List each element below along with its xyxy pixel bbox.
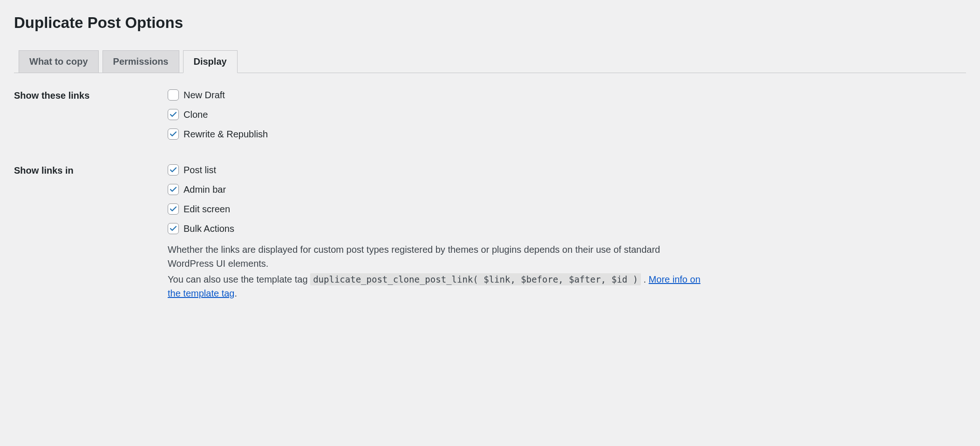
label-bulk-actions[interactable]: Bulk Actions xyxy=(184,223,234,234)
form-table: Show these links New Draft Clone Rewrite… xyxy=(14,89,966,302)
label-show-links-in: Show links in xyxy=(14,164,168,176)
checkbox-row-rewrite-republish: Rewrite & Republish xyxy=(168,128,966,140)
tab-what-to-copy[interactable]: What to copy xyxy=(19,50,99,73)
checkbox-row-edit-screen: Edit screen xyxy=(168,203,966,215)
checkbox-rewrite-republish[interactable] xyxy=(168,128,179,140)
desc-prefix: You can also use the template tag xyxy=(168,274,310,284)
checkbox-clone[interactable] xyxy=(168,109,179,120)
label-edit-screen[interactable]: Edit screen xyxy=(184,204,230,215)
label-show-these-links: Show these links xyxy=(14,89,168,101)
check-icon xyxy=(169,205,177,213)
field-show-these-links: New Draft Clone Rewrite & Republish xyxy=(168,89,966,148)
check-icon xyxy=(169,110,177,119)
description-show-links-in: Whether the links are displayed for cust… xyxy=(168,243,708,300)
description-line1: Whether the links are displayed for cust… xyxy=(168,243,708,270)
tabs-wrapper: What to copy Permissions Display xyxy=(14,50,966,73)
check-icon xyxy=(169,130,177,138)
tabs: What to copy Permissions Display xyxy=(19,50,966,73)
desc-period: . xyxy=(234,288,237,298)
checkbox-row-admin-bar: Admin bar xyxy=(168,184,966,195)
check-icon xyxy=(169,224,177,233)
field-show-links-in: Post list Admin bar Edit screen Bulk Act… xyxy=(168,164,966,302)
checkbox-new-draft[interactable] xyxy=(168,89,179,101)
description-line2: You can also use the template tag duplic… xyxy=(168,272,708,300)
tab-permissions[interactable]: Permissions xyxy=(102,50,179,73)
row-show-links-in: Show links in Post list Admin bar Edit s… xyxy=(14,164,966,302)
checkbox-row-post-list: Post list xyxy=(168,164,966,176)
check-icon xyxy=(169,166,177,174)
checkbox-post-list[interactable] xyxy=(168,164,179,176)
template-tag-code: duplicate_post_clone_post_link( $link, $… xyxy=(310,273,641,285)
checkbox-edit-screen[interactable] xyxy=(168,203,179,215)
checkbox-row-clone: Clone xyxy=(168,109,966,120)
label-admin-bar[interactable]: Admin bar xyxy=(184,184,226,195)
label-clone[interactable]: Clone xyxy=(184,109,208,120)
label-new-draft[interactable]: New Draft xyxy=(184,90,225,101)
row-show-these-links: Show these links New Draft Clone Rewrite… xyxy=(14,89,966,148)
check-icon xyxy=(169,185,177,194)
tab-display[interactable]: Display xyxy=(183,50,238,73)
checkbox-row-bulk-actions: Bulk Actions xyxy=(168,223,966,234)
desc-suffix: . xyxy=(641,274,649,284)
label-rewrite-republish[interactable]: Rewrite & Republish xyxy=(184,129,268,140)
page-title: Duplicate Post Options xyxy=(14,14,966,32)
checkbox-bulk-actions[interactable] xyxy=(168,223,179,234)
label-post-list[interactable]: Post list xyxy=(184,165,216,176)
checkbox-row-new-draft: New Draft xyxy=(168,89,966,101)
checkbox-admin-bar[interactable] xyxy=(168,184,179,195)
